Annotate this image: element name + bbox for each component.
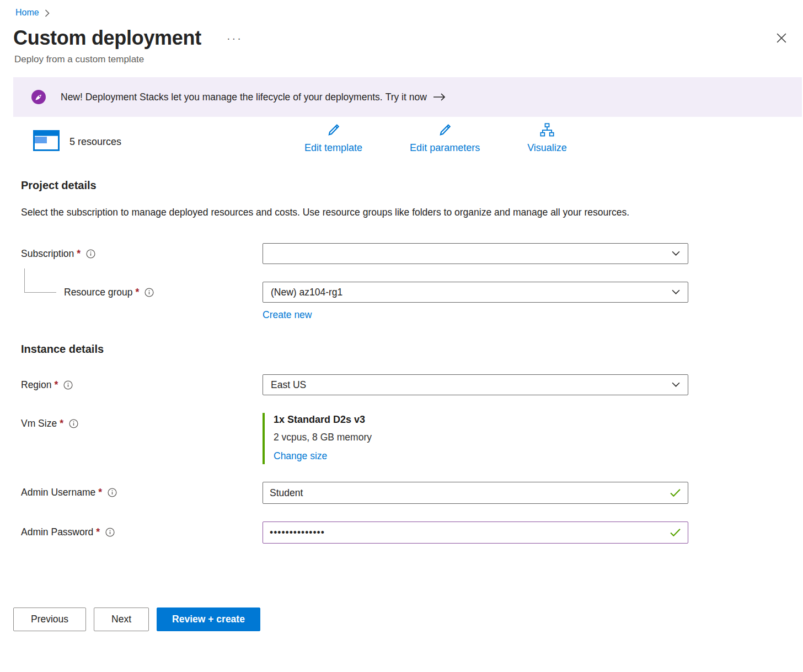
custom-deployment-page: Home Custom deployment ··· Deploy from a… xyxy=(0,0,803,631)
instance-details-heading: Instance details xyxy=(21,343,803,356)
resource-group-label: Resource group * xyxy=(64,282,263,303)
admin-username-label: Admin Username * xyxy=(21,482,263,503)
deployment-stacks-banner: New! Deployment Stacks let you manage th… xyxy=(13,77,802,117)
checkmark-icon xyxy=(670,489,681,497)
vm-size-summary: 1x Standard D2s v3 2 vcpus, 8 GB memory … xyxy=(263,413,688,464)
admin-username-input[interactable] xyxy=(263,482,688,504)
vm-size-title: 1x Standard D2s v3 xyxy=(274,414,688,426)
checkmark-icon xyxy=(670,529,681,537)
breadcrumb-chevron-icon xyxy=(45,9,50,17)
subscription-label: Subscription * xyxy=(21,243,263,264)
required-asterisk: * xyxy=(98,487,102,498)
required-asterisk: * xyxy=(96,526,100,538)
info-icon[interactable] xyxy=(108,488,117,497)
action-label: Visualize xyxy=(527,142,567,154)
vm-size-label: Vm Size * xyxy=(21,413,263,434)
admin-password-input[interactable] xyxy=(263,522,688,544)
change-size-link[interactable]: Change size xyxy=(274,450,327,462)
template-icon xyxy=(33,130,60,154)
project-details-heading: Project details xyxy=(21,179,803,192)
resources-count: 5 resources xyxy=(69,136,121,148)
region-value: East US xyxy=(271,379,672,391)
template-bar: 5 resources Edit template Edit parameter… xyxy=(33,122,803,154)
review-create-button[interactable]: Review + create xyxy=(157,608,260,631)
template-summary: 5 resources xyxy=(33,130,121,154)
label-text: Admin Username xyxy=(21,487,95,498)
info-icon[interactable] xyxy=(69,419,78,428)
page-header: Custom deployment ··· Deploy from a cust… xyxy=(0,26,803,65)
subscription-row: Subscription * xyxy=(21,243,803,264)
label-text: Region xyxy=(21,379,51,391)
banner-try-it-now-link[interactable]: Try it now xyxy=(386,92,427,103)
wizard-footer: Previous Next Review + create xyxy=(13,608,803,631)
label-text: Admin Password xyxy=(21,526,93,538)
admin-password-label: Admin Password * xyxy=(21,522,263,542)
region-row: Region * East US xyxy=(21,374,803,395)
region-select[interactable]: East US xyxy=(263,374,688,395)
visualize-button[interactable]: Visualize xyxy=(527,122,567,154)
chevron-down-icon xyxy=(672,251,680,256)
chevron-down-icon xyxy=(672,289,680,295)
instance-details-fields: Region * East US Vm Size * xyxy=(21,374,803,544)
info-icon[interactable] xyxy=(86,249,95,259)
required-asterisk: * xyxy=(136,287,140,298)
resource-group-connector xyxy=(24,268,56,293)
region-label: Region * xyxy=(21,374,263,395)
label-text: Subscription xyxy=(21,248,74,260)
previous-button[interactable]: Previous xyxy=(13,608,86,631)
admin-password-row: Admin Password * xyxy=(21,522,803,544)
page-title: Custom deployment xyxy=(13,26,201,50)
info-icon[interactable] xyxy=(105,528,115,537)
edit-parameters-button[interactable]: Edit parameters xyxy=(410,122,480,154)
edit-template-button[interactable]: Edit template xyxy=(304,122,362,154)
project-details-description: Select the subscription to manage deploy… xyxy=(21,205,655,220)
subscription-select[interactable] xyxy=(263,243,688,264)
arrow-right-icon[interactable] xyxy=(433,93,446,101)
action-label: Edit template xyxy=(304,142,362,154)
close-icon[interactable] xyxy=(773,30,790,46)
banner-message: New! Deployment Stacks let you manage th… xyxy=(61,92,383,103)
vm-size-row: Vm Size * 1x Standard D2s v3 2 vcpus, 8 … xyxy=(21,413,803,464)
resource-group-select[interactable]: (New) az104-rg1 xyxy=(263,282,688,303)
resource-group-value: (New) az104-rg1 xyxy=(271,287,672,298)
rocket-icon xyxy=(31,89,46,105)
next-button[interactable]: Next xyxy=(94,608,149,631)
info-icon[interactable] xyxy=(63,380,73,390)
label-text: Vm Size xyxy=(21,418,57,429)
resource-group-row: Resource group * (New) az104-rg1 Create … xyxy=(21,282,803,321)
project-details-fields: Subscription * Resource group * xyxy=(21,243,803,321)
required-asterisk: * xyxy=(60,418,63,429)
chevron-down-icon xyxy=(672,382,680,388)
vm-size-detail: 2 vcpus, 8 GB memory xyxy=(274,432,688,443)
breadcrumb-home-link[interactable]: Home xyxy=(15,8,39,18)
org-chart-icon xyxy=(539,122,555,141)
pencil-icon xyxy=(437,122,453,141)
required-asterisk: * xyxy=(54,379,58,391)
action-label: Edit parameters xyxy=(410,142,480,154)
breadcrumb: Home xyxy=(0,0,803,18)
admin-username-row: Admin Username * xyxy=(21,482,803,504)
pencil-icon xyxy=(325,122,342,141)
label-text: Resource group xyxy=(64,287,133,298)
page-subtitle: Deploy from a custom template xyxy=(14,54,803,65)
create-new-link[interactable]: Create new xyxy=(263,309,312,321)
info-icon[interactable] xyxy=(144,288,154,297)
template-actions: Edit template Edit parameters Visua xyxy=(304,122,567,154)
required-asterisk: * xyxy=(77,248,81,260)
more-actions-button[interactable]: ··· xyxy=(227,33,243,44)
